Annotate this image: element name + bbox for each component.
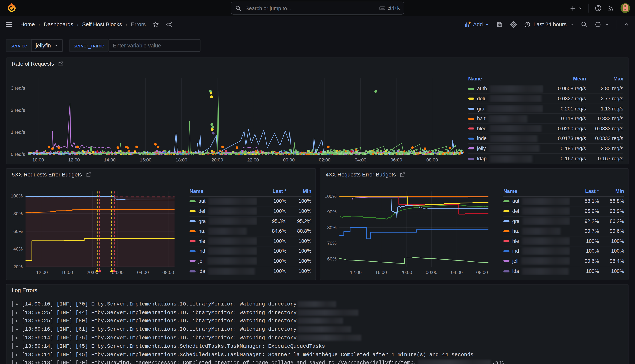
series-name[interactable]: del bbox=[199, 208, 205, 214]
legend-row[interactable]: del100%100% bbox=[190, 206, 311, 216]
expand-chevron-icon[interactable]: ▸ bbox=[16, 360, 19, 364]
panel-title[interactable]: 5XX Requests Error Budgets bbox=[12, 172, 92, 178]
series-name[interactable]: jelly bbox=[477, 146, 486, 151]
legend-row[interactable]: ha.84.6%80.8% bbox=[190, 226, 311, 236]
log-row[interactable]: ▸[13:59:14] [INF] [45] Emby.Server.Imple… bbox=[12, 342, 623, 350]
rate-of-requests-chart[interactable]: 10:0012:0014:0016:0018:0020:0022:0000:00… bbox=[7, 58, 466, 165]
refresh-button[interactable] bbox=[594, 21, 601, 28]
zoom-out-button[interactable] bbox=[581, 21, 588, 28]
menu-toggle-button[interactable] bbox=[6, 22, 12, 27]
legend-row[interactable]: ind100%100% bbox=[503, 246, 624, 256]
expand-chevron-icon[interactable]: ▸ bbox=[16, 327, 19, 332]
grafana-logo-icon[interactable] bbox=[7, 3, 17, 13]
legend-row[interactable]: ldap0.167 req/s0.167 req/s bbox=[468, 154, 623, 164]
series-name[interactable]: hle bbox=[199, 238, 205, 244]
collapse-toolbar-button[interactable] bbox=[623, 22, 629, 28]
series-name[interactable]: lda bbox=[199, 268, 205, 274]
legend-row[interactable]: jell100%100% bbox=[190, 256, 311, 266]
legend-row[interactable]: gra95.3%95.2% bbox=[190, 216, 311, 226]
external-link-icon[interactable] bbox=[400, 172, 405, 178]
series-name[interactable]: lda bbox=[512, 268, 519, 274]
breadcrumb-folder[interactable]: Self Host Blocks bbox=[82, 22, 122, 28]
4xx-legend-table[interactable]: NameLast *Minaut58.1%56.8%del95.9%93.9%g… bbox=[503, 186, 624, 276]
legend-row[interactable]: lda100%100% bbox=[503, 266, 624, 276]
legend-row[interactable]: ha.99.7%99.6% bbox=[503, 226, 624, 236]
legend-row[interactable]: gra0.201 req/s1.13 req/s bbox=[468, 104, 623, 114]
new-button[interactable] bbox=[569, 5, 583, 12]
breadcrumb-dashboards[interactable]: Dashboards bbox=[44, 22, 73, 28]
user-avatar[interactable] bbox=[620, 3, 630, 13]
dashboard-settings-button[interactable] bbox=[510, 21, 517, 28]
help-button[interactable] bbox=[594, 4, 602, 12]
panel-title[interactable]: Rate of Requests bbox=[12, 61, 64, 67]
legend-row[interactable]: aut100%100% bbox=[190, 196, 311, 206]
global-search[interactable]: ctrl+k bbox=[231, 2, 404, 15]
series-name[interactable]: inde bbox=[477, 136, 487, 142]
legend-row[interactable]: jell99.6%98.4% bbox=[503, 256, 624, 266]
series-name[interactable]: delu bbox=[477, 96, 487, 102]
4xx-error-budget-chart[interactable]: 12:0016:0020:0000:0004:0008:00100%90%80%… bbox=[320, 169, 502, 280]
legend-header[interactable]: NameMeanMax bbox=[468, 74, 623, 84]
legend-row[interactable]: lda100%100% bbox=[190, 266, 311, 276]
legend-row[interactable]: hle100%100% bbox=[190, 236, 311, 246]
external-link-icon[interactable] bbox=[86, 172, 92, 178]
series-name[interactable]: del bbox=[512, 208, 519, 214]
expand-chevron-icon[interactable]: ▸ bbox=[16, 344, 19, 349]
log-row[interactable]: ▸[13:59:13] [INF] [70] Emby.Drawing.Imag… bbox=[12, 359, 623, 364]
expand-chevron-icon[interactable]: ▸ bbox=[16, 352, 19, 357]
legend-row[interactable]: auth0.0608 req/s2.85 req/s bbox=[468, 84, 623, 94]
legend-header[interactable]: NameLast *Min bbox=[503, 186, 624, 196]
share-button[interactable] bbox=[166, 21, 173, 28]
add-panel-button[interactable]: Add bbox=[464, 21, 489, 28]
series-name[interactable]: jell bbox=[199, 258, 205, 264]
expand-chevron-icon[interactable]: ▸ bbox=[16, 318, 19, 324]
expand-chevron-icon[interactable]: ▸ bbox=[16, 335, 19, 340]
legend-row[interactable]: hle100%100% bbox=[503, 236, 624, 246]
legend-header[interactable]: NameLast *Min bbox=[190, 186, 311, 196]
series-name[interactable]: ha. bbox=[512, 228, 519, 234]
log-row[interactable]: ▸[13:59:14] [INF] [75] Emby.Server.Imple… bbox=[12, 334, 623, 342]
expand-chevron-icon[interactable]: ▸ bbox=[16, 302, 19, 307]
series-name[interactable]: hle bbox=[512, 238, 519, 244]
series-name[interactable]: ha. bbox=[199, 228, 206, 234]
log-row[interactable]: ▸[14:00:10] [INF] [70] Emby.Server.Imple… bbox=[12, 300, 623, 308]
series-name[interactable]: ind bbox=[512, 248, 519, 254]
series-name[interactable]: aut bbox=[512, 198, 519, 204]
save-dashboard-button[interactable] bbox=[496, 21, 503, 28]
search-input[interactable] bbox=[245, 5, 376, 12]
series-name[interactable]: ldap bbox=[477, 156, 487, 162]
log-row[interactable]: ▸[13:59:25] [INF] [80] Emby.Server.Imple… bbox=[12, 317, 623, 325]
favorite-star-button[interactable] bbox=[152, 21, 159, 28]
5xx-error-budget-chart[interactable]: 12:0016:0020:0000:0004:0008:00100%80%60%… bbox=[7, 169, 188, 280]
breadcrumb-home[interactable]: Home bbox=[20, 22, 35, 28]
legend-row[interactable]: aut58.1%56.8% bbox=[503, 196, 624, 206]
series-name[interactable]: jell bbox=[512, 258, 518, 264]
series-name[interactable]: hled bbox=[477, 126, 487, 132]
legend-row[interactable]: del95.9%93.9% bbox=[503, 206, 624, 216]
legend-row[interactable]: hled0.0250 req/s0.0333 req/s bbox=[468, 124, 623, 134]
panel-title[interactable]: Log Errors bbox=[12, 287, 37, 293]
panel-title[interactable]: 4XX Requests Error Budgets bbox=[326, 172, 405, 178]
log-row[interactable]: ▸[13:59:25] [INF] [44] Emby.Server.Imple… bbox=[12, 308, 623, 317]
legend-row[interactable]: inde0.0173 req/s0.0333 req/s bbox=[468, 134, 623, 144]
series-name[interactable]: gra bbox=[477, 106, 484, 112]
series-name[interactable]: gra bbox=[512, 218, 520, 224]
legend-row[interactable]: delu0.0327 req/s2.77 req/s bbox=[468, 94, 623, 104]
expand-chevron-icon[interactable]: ▸ bbox=[16, 310, 19, 315]
log-row[interactable]: ▸[13:59:16] [INF] [61] Emby.Server.Imple… bbox=[12, 325, 623, 334]
refresh-interval-dropdown[interactable] bbox=[604, 22, 609, 27]
rate-legend-table[interactable]: NameMeanMaxauth0.0608 req/s2.85 req/sdel… bbox=[468, 74, 623, 164]
time-range-picker[interactable]: Last 24 hours bbox=[524, 21, 574, 28]
series-name[interactable]: ind bbox=[199, 248, 205, 254]
variable-server-name-input[interactable] bbox=[108, 39, 200, 52]
log-row[interactable]: ▸[13:59:14] [INF] [45] Emby.Server.Imple… bbox=[12, 350, 623, 359]
external-link-icon[interactable] bbox=[58, 61, 64, 66]
series-name[interactable]: aut bbox=[199, 198, 206, 204]
5xx-legend-table[interactable]: NameLast *Minaut100%100%del100%100%gra95… bbox=[190, 186, 311, 276]
log-rows[interactable]: ▸[14:00:10] [INF] [70] Emby.Server.Imple… bbox=[12, 300, 623, 364]
legend-row[interactable]: gra92.2%86.2% bbox=[503, 216, 624, 226]
series-name[interactable]: auth bbox=[477, 86, 487, 92]
series-name[interactable]: gra bbox=[199, 218, 206, 224]
legend-row[interactable]: jelly0.185 req/s2.33 req/s bbox=[468, 144, 623, 154]
news-icon[interactable] bbox=[607, 4, 615, 12]
